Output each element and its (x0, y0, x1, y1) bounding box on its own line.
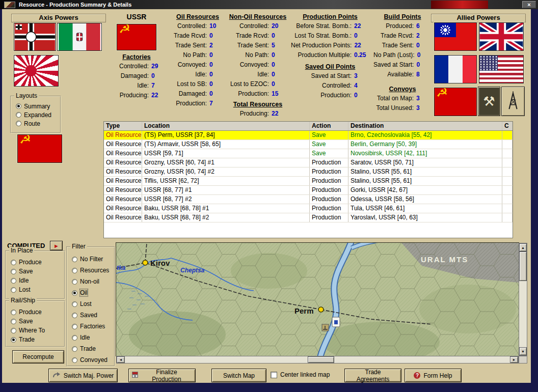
map-vertical-scrollbar[interactable]: ▲ ▼ (519, 243, 527, 356)
hammer-sickle-icon: ☭ (436, 88, 448, 99)
radio-icon (72, 279, 77, 285)
cell-location: Tiflis, USSR [62, 72] (142, 177, 310, 185)
stat-row: Available: 8 (373, 70, 432, 79)
finalize-production-button[interactable]: Finalize Production (128, 369, 196, 382)
filter-option[interactable]: Saved (67, 310, 114, 321)
layout-option[interactable]: Expanded (11, 110, 60, 119)
table-row[interactable]: Oil Resource USSR [59, 71] Save Novosibi… (104, 149, 513, 158)
cell-action: Save (310, 149, 348, 158)
table-row[interactable]: Oil Resource Baku, USSR [68, 78] #2 Prod… (104, 213, 513, 222)
center-linked-map-checkbox[interactable] (271, 372, 277, 378)
cell-type: Oil Resource (104, 131, 142, 139)
switch-major-power-button[interactable]: Switch Maj. Power (48, 369, 118, 382)
map-horizontal-scrollbar[interactable]: ◄ ► (116, 356, 519, 363)
stat-row: No Path (Lost): 0 (373, 50, 432, 60)
rail-ship-group: Rail/Ship Produce Save Where To (5, 300, 65, 347)
stat-label: Idle: (229, 70, 269, 79)
stat-value: 0 (272, 60, 287, 70)
production-points-column: Production Points Before Strat. Bomb.: 2… (289, 11, 371, 120)
switch-map-button[interactable]: Switch Map (211, 369, 266, 382)
scroll-up-button[interactable]: ▲ (519, 243, 527, 251)
stat-value: 0 (209, 60, 225, 70)
form-help-button[interactable]: ? Form Help (405, 369, 462, 382)
cell-c (502, 213, 513, 222)
table-row[interactable]: Oil Resource Grozny, USSR [60, 74] #2 Pr… (104, 167, 513, 177)
table-row[interactable]: Oil Resource USSR [68, 77] #2 Production… (104, 195, 513, 204)
col-header-location[interactable]: Location (142, 122, 310, 130)
cell-action: Production (310, 186, 348, 194)
stat-value: 6 (416, 21, 432, 31)
map-viewport[interactable]: Kirov Cheptsa tka Perm URAL MTS (116, 243, 519, 356)
rail-ship-options: Produce Save Where To Trade (6, 301, 64, 344)
stat-label: Saved at Start: (373, 60, 414, 70)
stat-row: Producing: 22 (229, 109, 287, 119)
table-row[interactable]: Oil Resource (TS) Perm, USSR [37, 84] Sa… (104, 131, 513, 140)
filter-option[interactable]: Idle (67, 332, 114, 343)
filter-option[interactable]: Factories (67, 321, 114, 332)
production-summary-panel: USSR ☭ Factories Controlled: 29 Damaged:… (104, 11, 434, 120)
filter-option[interactable]: Resources (67, 265, 114, 276)
table-row[interactable]: Oil Resource (TS) Armavir, USSR [58, 65]… (104, 140, 513, 149)
uk-flag (479, 22, 524, 51)
cell-c (502, 158, 513, 167)
table-row[interactable]: Oil Resource USSR [68, 77] #1 Production… (104, 186, 513, 195)
col-header-c[interactable]: C (502, 122, 513, 130)
filter-option[interactable]: Oil (67, 287, 114, 298)
stat-value: 5 (272, 41, 287, 50)
col-header-action[interactable]: Action (310, 122, 348, 130)
stat-row: Produced: 6 (373, 21, 432, 31)
cell-location: Baku, USSR [68, 78] #1 (142, 204, 310, 213)
saved-oil-points-stats: Saved at Start: 3 Controlled: 4 Producti… (291, 71, 369, 100)
radio-icon (72, 257, 77, 262)
rail-ship-option[interactable]: Where To (6, 326, 64, 335)
layout-option[interactable]: Route (11, 119, 60, 128)
oil-tool-button[interactable] (501, 87, 525, 116)
factories-tool-button[interactable]: ⚒ (478, 87, 500, 116)
city-marker-perm[interactable] (318, 307, 324, 312)
production-points-stats: Before Strat. Bomb.: 22 Lost To Strat. B… (291, 21, 369, 60)
stat-value: 7 (209, 99, 225, 108)
filter-option[interactable]: Lost (67, 298, 114, 310)
stat-label: Production: (229, 89, 269, 99)
in-place-option[interactable]: Idle (6, 276, 64, 285)
stat-row: Production Multiple: 0.25 (291, 50, 369, 60)
in-place-option[interactable]: Save (6, 267, 64, 276)
cell-c (502, 167, 513, 176)
stat-row: Total Unused: 3 (373, 103, 432, 113)
rail-ship-option[interactable]: Produce (6, 307, 64, 317)
horizontal-scroll-thumb[interactable] (308, 356, 334, 363)
city-marker-kirov[interactable] (143, 260, 148, 265)
in-place-option[interactable]: Lost (6, 285, 64, 294)
filter-option[interactable]: Convoyed (67, 354, 114, 366)
scroll-left-button[interactable]: ◄ (117, 356, 125, 363)
col-header-type[interactable]: Type (104, 122, 142, 130)
titlebar-accent (431, 1, 488, 9)
stat-row: Trade Sent: 5 (229, 41, 287, 50)
filter-option[interactable]: Non-oil (67, 276, 114, 287)
layout-option[interactable]: Summary (11, 102, 60, 110)
filter-option[interactable]: Trade (67, 343, 114, 354)
scroll-down-button[interactable]: ▼ (519, 347, 527, 355)
table-row[interactable]: Oil Resource Grozny, USSR [60, 74] #1 Pr… (104, 158, 513, 167)
close-button[interactable]: × (522, 1, 536, 8)
stat-label: Controlled: (229, 21, 269, 31)
stat-row: Production: 7 (171, 99, 225, 108)
cell-action: Production (310, 167, 348, 176)
stat-label: Saved at Start: (291, 71, 352, 81)
recompute-button[interactable]: Recompute (12, 350, 64, 363)
rail-ship-option[interactable]: Save (6, 317, 64, 326)
stat-label: Controlled: (171, 21, 207, 31)
table-row[interactable]: Oil Resource Tiflis, USSR [62, 72] Produ… (104, 177, 513, 186)
filter-option[interactable]: No Filter (67, 254, 114, 265)
stat-row: Damaged: 0 (106, 71, 167, 81)
vertical-scroll-thumb[interactable] (519, 251, 527, 281)
computed-arrow-button[interactable]: ► (50, 241, 63, 250)
italy-flag (57, 23, 102, 51)
table-row[interactable]: Oil Resource Baku, USSR [68, 78] #1 Prod… (104, 204, 513, 213)
in-place-option[interactable]: Produce (6, 258, 64, 267)
col-header-destination[interactable]: Destination (348, 122, 502, 130)
cell-type: Oil Resource (104, 140, 142, 149)
trade-agreements-button[interactable]: Trade Agreements (344, 369, 401, 382)
rail-ship-option[interactable]: Trade (6, 335, 64, 344)
scroll-right-button[interactable]: ► (510, 356, 518, 363)
